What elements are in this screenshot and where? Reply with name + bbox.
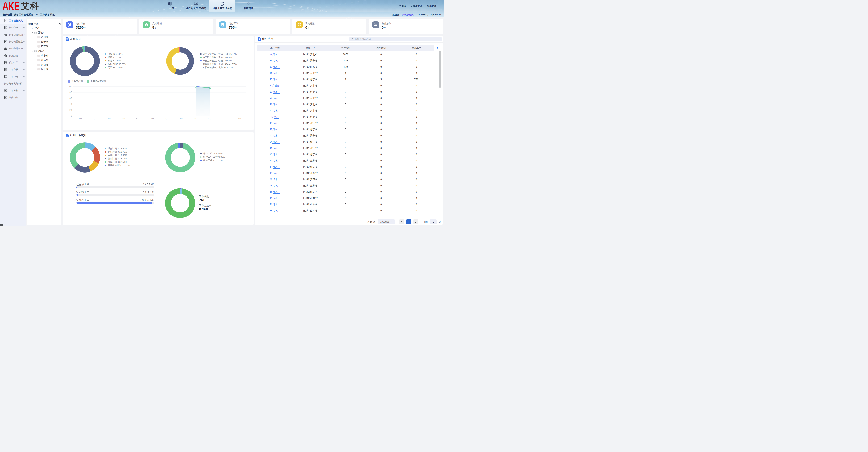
svg-text:11月: 11月 <box>222 117 227 120</box>
svg-text:20: 20 <box>69 109 72 111</box>
svg-text:1月: 1月 <box>79 117 82 120</box>
svg-text:10月: 10月 <box>208 117 212 120</box>
svg-text:3月: 3月 <box>107 117 111 120</box>
svg-text:4月: 4月 <box>122 117 125 120</box>
svg-text:60: 60 <box>69 97 72 99</box>
svg-text:5月: 5月 <box>136 117 140 120</box>
svg-text:6月: 6月 <box>151 117 154 120</box>
svg-text:80: 80 <box>69 91 72 94</box>
svg-text:8月: 8月 <box>180 117 183 120</box>
svg-text:40: 40 <box>69 103 72 105</box>
svg-text:100: 100 <box>68 86 72 88</box>
svg-text:7月: 7月 <box>165 117 168 120</box>
svg-text:0: 0 <box>71 115 72 117</box>
svg-text:12月: 12月 <box>237 117 241 120</box>
svg-text:9月: 9月 <box>194 117 197 120</box>
svg-text:2月: 2月 <box>93 117 96 120</box>
